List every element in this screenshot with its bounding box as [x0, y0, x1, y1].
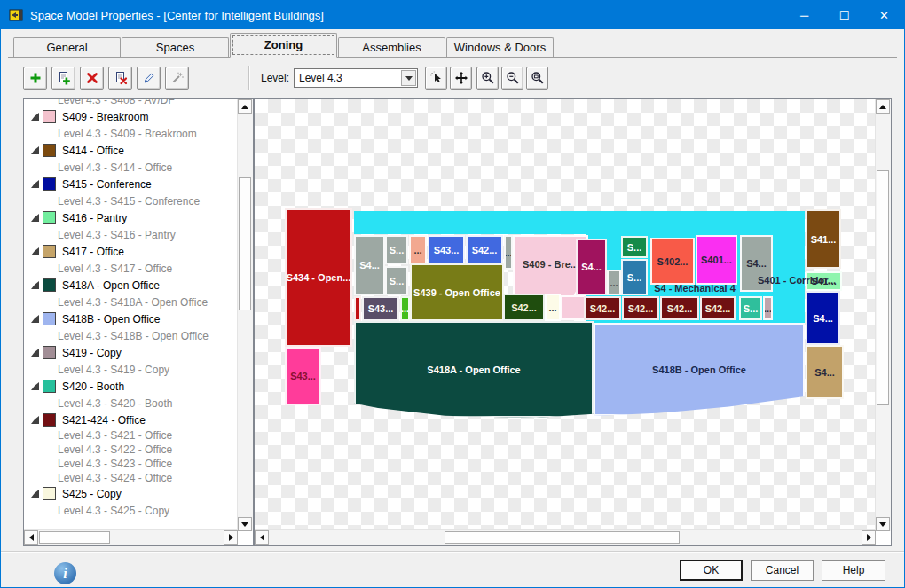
- scroll-down-button[interactable]: [238, 517, 252, 531]
- delete-button[interactable]: [80, 67, 104, 90]
- plan-zone-s434-open[interactable]: S434 - Open...: [285, 208, 352, 347]
- tree-item[interactable]: S414 - Office: [24, 142, 238, 159]
- zoom-in-button[interactable]: [476, 67, 499, 90]
- plan-zone-green-sliver[interactable]: ...: [400, 296, 410, 321]
- plan-zone-gray-sliver[interactable]: ...: [504, 235, 513, 270]
- maximize-button[interactable]: ☐: [824, 1, 864, 29]
- expand-triangle-icon[interactable]: [31, 214, 39, 222]
- plan-zone-gray-a[interactable]: S4...: [354, 235, 385, 295]
- zoom-out-button[interactable]: [501, 67, 523, 90]
- edit-button[interactable]: [137, 67, 161, 90]
- scroll-down-button[interactable]: [876, 517, 890, 531]
- tab-zoning[interactable]: Zoning: [230, 33, 337, 58]
- tree-item[interactable]: Level 4.3 - S418A - Open Office: [24, 294, 238, 310]
- tree-item[interactable]: Level 4.3 - S422 - Office: [24, 443, 238, 457]
- tree-vscroll-thumb[interactable]: [239, 177, 251, 310]
- plan-zone-gray-c[interactable]: S...: [385, 266, 408, 295]
- tree-item[interactable]: Level 4.3 - S418B - Open Office: [24, 327, 238, 344]
- expand-triangle-icon[interactable]: [31, 416, 39, 424]
- expand-triangle-icon[interactable]: [31, 146, 39, 154]
- tree-hscroll-thumb[interactable]: [39, 531, 110, 544]
- expand-triangle-icon[interactable]: [31, 349, 39, 357]
- minimize-button[interactable]: ─: [784, 1, 824, 29]
- plan-zone-tan-s4[interactable]: S4...: [806, 345, 844, 399]
- tree-item[interactable]: S419 - Copy: [24, 344, 238, 361]
- floor-plan-canvas[interactable]: S434 - Open...S409 - Bre...S4...S...S...…: [255, 99, 876, 530]
- plan-zone-s402[interactable]: S402...: [650, 238, 695, 285]
- tree-item[interactable]: Level 4.3 - S414 - Office: [24, 159, 238, 176]
- plan-hscroll-thumb[interactable]: [445, 531, 680, 544]
- plan-zone-s439-open-office[interactable]: S439 - Open Office: [410, 263, 504, 321]
- level-dropdown-arrow[interactable]: [401, 70, 416, 86]
- tab-assemblies[interactable]: Assemblies: [338, 37, 445, 57]
- scroll-up-button[interactable]: [238, 99, 252, 114]
- plan-zone-magenta-s4[interactable]: S4...: [576, 239, 607, 295]
- select-tool-button[interactable]: [425, 67, 447, 90]
- close-button[interactable]: ✕: [864, 1, 904, 29]
- plan-zone-red-sliver[interactable]: [354, 296, 361, 321]
- plan-zone-teal-s[interactable]: S...: [739, 296, 762, 320]
- tree-item[interactable]: S415 - Conference: [24, 176, 238, 192]
- tree-item[interactable]: Level 4.3 - S417 - Office: [24, 260, 238, 277]
- plan-zone-s42-row-1[interactable]: S42...: [584, 296, 621, 320]
- tree-item[interactable]: Level 4.3 - S409 - Breakroom: [24, 125, 238, 142]
- plan-zone-s418a-open-office[interactable]: S418A - Open Office: [354, 321, 594, 418]
- zoom-extents-button[interactable]: [526, 67, 548, 90]
- scroll-right-button[interactable]: [862, 530, 876, 545]
- tree-item[interactable]: Level 4.3 - S408 - AV/DF: [24, 99, 238, 108]
- tree-item[interactable]: Level 4.3 - S416 - Pantry: [24, 226, 238, 243]
- plan-zone-s43-pink[interactable]: S43...: [285, 347, 321, 405]
- plan-zone-blue-s42[interactable]: S42...: [466, 235, 503, 264]
- duplicate-button[interactable]: [51, 67, 75, 90]
- tree-item[interactable]: Level 4.3 - S419 - Copy: [24, 361, 238, 378]
- plan-zone-slate-s43[interactable]: S43...: [362, 296, 399, 321]
- tree-item[interactable]: S421-424 - Office: [24, 412, 238, 428]
- tree-item[interactable]: S409 - Breakroom: [24, 108, 238, 125]
- wizard-button[interactable]: [165, 67, 189, 90]
- pan-tool-button[interactable]: [450, 67, 472, 90]
- expand-triangle-icon[interactable]: [31, 113, 39, 121]
- expand-triangle-icon[interactable]: [31, 315, 39, 323]
- plan-vscroll-thumb[interactable]: [877, 170, 889, 405]
- expand-triangle-icon[interactable]: [31, 382, 39, 390]
- tree-item[interactable]: Level 4.3 - S423 - Office: [24, 457, 238, 471]
- tree-item[interactable]: S418A - Open Office: [24, 277, 238, 294]
- plan-zone-brown-s41[interactable]: S41...: [806, 209, 841, 269]
- ok-button[interactable]: OK: [680, 560, 743, 581]
- scroll-right-button[interactable]: [224, 530, 238, 545]
- tree-item[interactable]: S416 - Pantry: [24, 209, 238, 226]
- tree-item[interactable]: Level 4.3 - S421 - Office: [24, 428, 238, 443]
- tab-windows-doors[interactable]: Windows & Doors: [446, 37, 554, 57]
- plan-zone-s42-row-3[interactable]: S42...: [660, 296, 699, 320]
- tree-item[interactable]: Level 4.3 - S425 - Copy: [24, 502, 238, 519]
- tree-item[interactable]: S418B - Open Office: [24, 310, 238, 327]
- tree-item[interactable]: S417 - Office: [24, 243, 238, 260]
- expand-triangle-icon[interactable]: [31, 490, 39, 498]
- plan-zone-blue-s43[interactable]: S43...: [428, 235, 465, 264]
- plan-zone-green-s[interactable]: S...: [621, 236, 648, 258]
- tree-item[interactable]: S420 - Booth: [24, 378, 238, 395]
- tab-spaces[interactable]: Spaces: [122, 37, 229, 57]
- expand-triangle-icon[interactable]: [31, 247, 39, 255]
- plan-zone-navy-s4[interactable]: S4...: [806, 291, 840, 345]
- plan-zone-salmon-sliver[interactable]: ...: [409, 235, 427, 264]
- plan-zone-s42-row-2[interactable]: S42...: [622, 296, 659, 320]
- expand-triangle-icon[interactable]: [31, 180, 39, 188]
- plan-zone-corridor-top[interactable]: [354, 211, 805, 234]
- cancel-button[interactable]: Cancel: [751, 560, 814, 581]
- level-dropdown[interactable]: Level 4.3: [294, 68, 418, 88]
- plan-zone-s42-row-4[interactable]: S42...: [700, 296, 736, 320]
- tree-horizontal-scrollbar[interactable]: [24, 529, 238, 545]
- plan-zone-ivory-sliver[interactable]: ...: [545, 294, 561, 321]
- plan-zone-darkgreen-s42[interactable]: S42...: [503, 294, 545, 321]
- add-button[interactable]: [23, 67, 47, 90]
- plan-zone-gray-b[interactable]: S...: [385, 235, 408, 264]
- plan-horizontal-scrollbar[interactable]: [255, 529, 876, 545]
- plan-zone-mauve-sliver[interactable]: ...: [763, 296, 773, 320]
- scroll-left-button[interactable]: [255, 530, 269, 545]
- tree-item[interactable]: S425 - Copy: [24, 485, 238, 502]
- tree-vertical-scrollbar[interactable]: [237, 99, 253, 531]
- scroll-left-button[interactable]: [24, 530, 38, 545]
- scroll-up-button[interactable]: [876, 99, 890, 114]
- tree-item[interactable]: Level 4.3 - S424 - Office: [24, 471, 238, 485]
